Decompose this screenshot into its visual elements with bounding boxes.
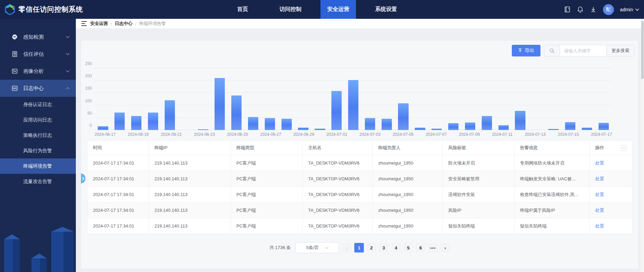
sidebar-item-1[interactable]: 应用访问日志 xyxy=(0,112,76,128)
bar-2024-06-19[interactable] xyxy=(131,116,141,130)
page-scrollbar[interactable] xyxy=(641,19,644,272)
nav-tab-1[interactable]: 访问控制 xyxy=(266,0,314,19)
table-header-cell: 告警信息 xyxy=(515,141,590,155)
menu-fold-icon[interactable] xyxy=(81,21,87,26)
app-logo-icon xyxy=(5,4,15,15)
page-button-3[interactable]: 3 xyxy=(379,243,388,252)
user-menu[interactable]: admin xyxy=(620,7,639,12)
download-icon[interactable] xyxy=(590,6,597,13)
table-cell: 疑似失陷终端 xyxy=(443,218,515,234)
x-axis-tick xyxy=(149,132,161,137)
table-cell: 2024-07-17 17:34:01 xyxy=(87,171,149,186)
sidebar-group-3[interactable]: 日志中心 xyxy=(0,80,76,97)
table-row: 2024-07-17 17:34:01219.140.140.113PC客户端T… xyxy=(87,218,632,234)
sidebar-item-3[interactable]: 风险行为告警 xyxy=(0,143,76,158)
dispose-link[interactable]: 处置 xyxy=(595,207,604,213)
prev-page-button[interactable]: ‹ xyxy=(342,243,352,252)
bar-2024-07-14[interactable] xyxy=(548,129,559,130)
sidebar-group-1[interactable]: 信任评估 xyxy=(0,46,76,63)
bar-2024-06-24[interactable] xyxy=(215,78,225,130)
bar-2024-07-07[interactable] xyxy=(431,129,442,130)
sidebar-item-0[interactable]: 身份认证日志 xyxy=(0,97,76,112)
table-cell: 防火墙未开启 xyxy=(443,155,515,171)
nav-tab-2[interactable]: 安全运营 xyxy=(320,0,356,19)
more-pages-button[interactable]: ••• xyxy=(428,243,438,252)
breadcrumb-item-0[interactable]: 安全运营 xyxy=(90,21,108,27)
bar-2024-06-25[interactable] xyxy=(231,95,242,130)
bar-2024-07-04[interactable] xyxy=(382,119,392,130)
bar-2024-06-21[interactable] xyxy=(165,100,175,130)
bar-2024-07-08[interactable] xyxy=(448,123,458,130)
username: admin xyxy=(620,7,633,12)
x-axis-tick: 2024-07-03 xyxy=(359,132,380,137)
dispose-link[interactable]: 处置 xyxy=(595,160,604,166)
x-axis-tick xyxy=(447,132,459,137)
sidebar-group-2[interactable]: 画像分析 xyxy=(0,63,76,80)
export-button[interactable]: 导出 xyxy=(512,45,540,56)
breadcrumb-item-1[interactable]: 日志中心 xyxy=(115,21,133,27)
page-button-5[interactable]: 5 xyxy=(403,243,413,252)
table-cell: PC客户端 xyxy=(231,187,303,202)
bar-2024-06-30[interactable] xyxy=(315,129,325,130)
bar-2024-07-11[interactable] xyxy=(498,125,509,130)
nav-tabs: 首页访问控制安全运营系统设置 xyxy=(219,0,410,19)
avatar[interactable]: 配 xyxy=(603,4,614,15)
bar-2024-06-17[interactable] xyxy=(98,126,108,130)
nav-tab-3[interactable]: 系统设置 xyxy=(362,0,410,19)
table-cell: 检查终端已安装违规软件,黑... xyxy=(515,187,590,202)
table-cell: 219.140.140.113 xyxy=(149,187,231,202)
bar-2024-07-17[interactable] xyxy=(599,123,609,130)
scrollbar-thumb[interactable] xyxy=(641,21,644,79)
bar-2024-06-26[interactable] xyxy=(248,117,258,130)
bar-2024-07-12[interactable] xyxy=(515,111,525,130)
sidebar-item-2[interactable]: 策略执行日志 xyxy=(0,128,76,143)
table-cell: 专用网络防火墙未开启 xyxy=(515,155,590,171)
column-settings-icon[interactable] xyxy=(621,145,627,151)
bar-2024-07-02[interactable] xyxy=(348,80,358,130)
page-button-2[interactable]: 2 xyxy=(367,243,376,252)
table-header-cell: 风险标签 xyxy=(443,141,515,155)
bar-2024-06-23[interactable] xyxy=(198,129,208,130)
bar-2024-06-18[interactable] xyxy=(114,113,125,130)
more-search-button[interactable]: 更多搜索 xyxy=(606,45,634,56)
radar-detect-icon xyxy=(12,34,18,40)
bar-2024-07-09[interactable] xyxy=(465,122,475,130)
bar-2024-07-05[interactable] xyxy=(398,103,408,130)
y-axis-tick: 250 xyxy=(81,61,92,66)
table-cell: 终端IP属于风险IP xyxy=(515,203,590,218)
sidebar-item-4[interactable]: 终端环境告警 xyxy=(0,158,76,174)
next-page-button[interactable]: › xyxy=(440,243,450,252)
bar-2024-07-06[interactable] xyxy=(415,128,425,130)
bell-icon[interactable] xyxy=(577,6,584,13)
table-cell: 疑似失陷终端 xyxy=(515,218,590,234)
page-button-6[interactable]: 6 xyxy=(416,243,425,252)
search-icon[interactable] xyxy=(544,45,560,56)
dispose-link[interactable]: 处置 xyxy=(595,176,604,182)
sidebar-group-0[interactable]: 感知检测 xyxy=(0,28,76,46)
bar-2024-07-16[interactable] xyxy=(582,128,592,130)
bar-2024-06-20[interactable] xyxy=(148,113,158,130)
sidebar-item-5[interactable]: 流量攻击告警 xyxy=(0,174,76,189)
page-size-select[interactable]: 5条/页 xyxy=(296,242,339,253)
bar-2024-07-15[interactable] xyxy=(565,122,575,130)
bar-2024-06-27[interactable] xyxy=(265,118,275,130)
table-cell: zhoumeigui_1950 xyxy=(373,218,443,234)
search-input[interactable] xyxy=(560,45,606,56)
y-axis-tick: 50 xyxy=(81,111,92,116)
bar-2024-07-10[interactable] xyxy=(482,116,492,130)
bar-2024-06-28[interactable] xyxy=(282,119,292,130)
nav-tab-0[interactable]: 首页 xyxy=(219,0,266,19)
bar-2024-07-01[interactable] xyxy=(331,91,342,130)
x-axis-tick xyxy=(281,132,293,137)
x-axis-tick xyxy=(546,132,558,137)
journal-icon[interactable] xyxy=(564,6,571,13)
table-cell: 处置 xyxy=(590,155,632,171)
dispose-link[interactable]: 处置 xyxy=(595,192,604,198)
dispose-link[interactable]: 处置 xyxy=(595,223,604,229)
bar-2024-07-03[interactable] xyxy=(365,118,375,130)
page-button-4[interactable]: 4 xyxy=(391,243,401,252)
bar-2024-06-29[interactable] xyxy=(298,128,308,130)
page-button-1[interactable]: 1 xyxy=(354,243,364,252)
x-axis-tick: 2024-06-25 xyxy=(227,132,248,137)
table-header-cell: 终端类型 xyxy=(231,141,303,155)
